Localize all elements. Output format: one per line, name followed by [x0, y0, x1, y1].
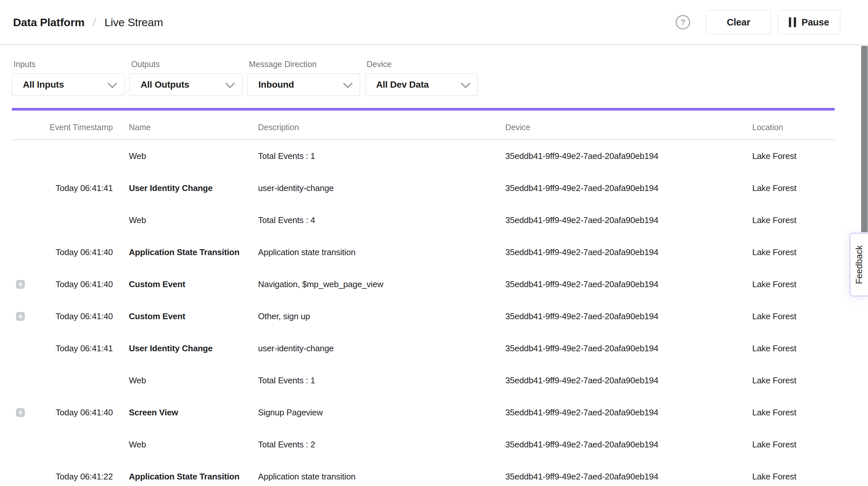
chevron-down-icon: [461, 79, 471, 88]
feedback-tab-label: Feedback: [854, 245, 864, 284]
chevron-down-icon: [225, 79, 235, 88]
event-description: Navigation, $mp_web_page_view: [258, 279, 505, 290]
message-direction-filter-dropdown[interactable]: Inbound: [247, 73, 360, 96]
table-row[interactable]: Web Total Events : 1 35eddb41-9ff9-49e2-…: [12, 364, 835, 396]
column-header-event-timestamp: Event Timestamp: [31, 123, 113, 132]
page-title: Live Stream: [104, 16, 163, 29]
pause-button[interactable]: Pause: [778, 10, 840, 34]
event-description: Signup Pageview: [258, 407, 505, 418]
event-name: Custom Event: [113, 311, 258, 322]
message-direction-filter-value: Inbound: [258, 80, 294, 90]
table-row[interactable]: Today 06:41:40 Application State Transit…: [12, 236, 835, 268]
table-row[interactable]: + Today 06:41:40 Custom Event Navigation…: [12, 268, 835, 300]
expand-row-button[interactable]: +: [16, 408, 25, 417]
accent-bar: [12, 108, 835, 111]
event-device: 35eddb41-9ff9-49e2-7aed-20afa90eb194: [505, 279, 752, 290]
outputs-filter-dropdown[interactable]: All Outputs: [129, 73, 242, 96]
event-device: 35eddb41-9ff9-49e2-7aed-20afa90eb194: [505, 311, 752, 322]
inputs-filter-value: All Inputs: [23, 80, 64, 90]
table-row[interactable]: Web Total Events : 4 35eddb41-9ff9-49e2-…: [12, 204, 835, 236]
event-device: 35eddb41-9ff9-49e2-7aed-20afa90eb194: [505, 375, 752, 386]
table-row[interactable]: Today 06:41:41 User Identity Change user…: [12, 172, 835, 204]
event-location: Lake Forest: [752, 215, 834, 225]
event-device: 35eddb41-9ff9-49e2-7aed-20afa90eb194: [505, 407, 752, 418]
event-device: 35eddb41-9ff9-49e2-7aed-20afa90eb194: [505, 439, 752, 450]
column-header-device: Device: [505, 123, 752, 132]
event-name: Web: [113, 439, 258, 450]
app-header: Data Platform / Live Stream ? Clear Paus…: [0, 0, 868, 45]
inputs-filter-dropdown[interactable]: All Inputs: [12, 73, 125, 96]
event-name: Application State Transition: [113, 472, 258, 482]
filter-group-device: Device All Dev Data: [365, 45, 478, 96]
event-timestamp: Today 06:41:41: [31, 343, 113, 354]
event-location: Lake Forest: [752, 151, 834, 161]
chevron-down-icon: [107, 79, 117, 88]
scrollbar-thumb[interactable]: [861, 46, 868, 232]
table-row[interactable]: + Today 06:41:40 Custom Event Other, sig…: [12, 300, 835, 332]
column-header-description: Description: [258, 123, 505, 132]
event-timestamp: Today 06:41:40: [31, 311, 113, 322]
feedback-tab[interactable]: Feedback: [850, 233, 868, 296]
column-header-location: Location: [752, 123, 834, 132]
event-location: Lake Forest: [752, 375, 834, 386]
event-timestamp: Today 06:41:22: [31, 472, 113, 482]
event-name: Web: [113, 215, 258, 225]
event-location: Lake Forest: [752, 183, 834, 193]
plus-icon: +: [18, 280, 23, 288]
event-description: user-identity-change: [258, 183, 505, 193]
event-device: 35eddb41-9ff9-49e2-7aed-20afa90eb194: [505, 215, 752, 225]
filter-group-message-direction: Message Direction Inbound: [247, 45, 360, 96]
filter-group-outputs: Outputs All Outputs: [129, 45, 242, 96]
chevron-down-icon: [343, 79, 353, 88]
event-location: Lake Forest: [752, 247, 834, 257]
event-timestamp: Today 06:41:40: [31, 247, 113, 257]
event-location: Lake Forest: [752, 472, 834, 482]
expand-row-button[interactable]: +: [16, 280, 25, 289]
table-row[interactable]: Today 06:41:22 Application State Transit…: [12, 460, 835, 486]
column-header-name: Name: [113, 123, 258, 132]
event-device: 35eddb41-9ff9-49e2-7aed-20afa90eb194: [505, 472, 752, 482]
breadcrumb-separator: /: [92, 16, 97, 28]
expand-row-button[interactable]: +: [16, 312, 25, 321]
outputs-filter-label: Outputs: [131, 60, 242, 69]
table-header-row: Event Timestamp Name Description Device …: [12, 111, 835, 140]
live-stream-table: Event Timestamp Name Description Device …: [12, 111, 835, 486]
event-device: 35eddb41-9ff9-49e2-7aed-20afa90eb194: [505, 151, 752, 161]
event-name: Custom Event: [113, 279, 258, 290]
event-name: Screen View: [113, 407, 258, 418]
breadcrumb-section[interactable]: Data Platform: [13, 16, 84, 29]
filter-group-inputs: Inputs All Inputs: [12, 45, 125, 96]
header-actions: ? Clear Pause: [676, 10, 840, 34]
event-device: 35eddb41-9ff9-49e2-7aed-20afa90eb194: [505, 183, 752, 193]
event-description: user-identity-change: [258, 343, 505, 354]
table-row[interactable]: Web Total Events : 2 35eddb41-9ff9-49e2-…: [12, 428, 835, 460]
plus-icon: +: [18, 312, 23, 321]
event-description: Total Events : 1: [258, 375, 505, 386]
event-name: User Identity Change: [113, 183, 258, 193]
event-description: Application state transition: [258, 472, 505, 482]
help-icon[interactable]: ?: [676, 15, 690, 29]
event-timestamp: Today 06:41:41: [31, 183, 113, 193]
event-location: Lake Forest: [752, 407, 834, 418]
event-description: Application state transition: [258, 247, 505, 257]
device-filter-dropdown[interactable]: All Dev Data: [365, 73, 478, 96]
event-description: Total Events : 1: [258, 151, 505, 161]
table-row[interactable]: + Today 06:41:40 Screen View Signup Page…: [12, 396, 835, 428]
filter-bar: Inputs All Inputs Outputs All Outputs Me…: [12, 45, 478, 96]
inputs-filter-label: Inputs: [13, 60, 125, 69]
event-location: Lake Forest: [752, 279, 834, 290]
event-name: Web: [113, 151, 258, 161]
clear-button[interactable]: Clear: [706, 10, 771, 34]
event-location: Lake Forest: [752, 439, 834, 450]
event-description: Total Events : 4: [258, 215, 505, 225]
event-timestamp: Today 06:41:40: [31, 279, 113, 290]
event-description: Other, sign up: [258, 311, 505, 322]
table-row[interactable]: Today 06:41:41 User Identity Change user…: [12, 332, 835, 364]
plus-icon: +: [18, 408, 23, 417]
message-direction-filter-label: Message Direction: [249, 60, 360, 69]
event-name: User Identity Change: [113, 343, 258, 354]
event-device: 35eddb41-9ff9-49e2-7aed-20afa90eb194: [505, 343, 752, 354]
event-name: Web: [113, 375, 258, 386]
table-row[interactable]: Web Total Events : 1 35eddb41-9ff9-49e2-…: [12, 140, 835, 172]
event-name: Application State Transition: [113, 247, 258, 257]
